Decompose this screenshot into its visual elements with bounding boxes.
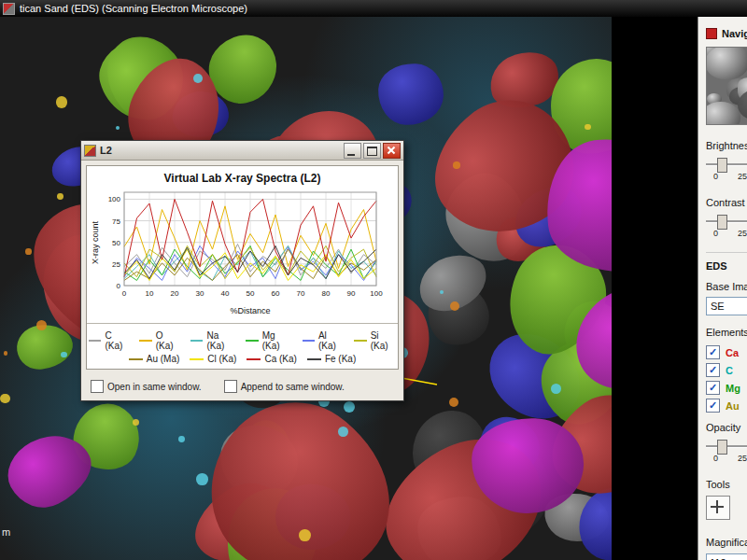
element-label: C — [726, 365, 733, 376]
svg-text:100: 100 — [370, 289, 383, 298]
svg-text:20: 20 — [171, 289, 179, 298]
element-label: Au — [726, 400, 740, 412]
legend-swatch — [247, 358, 261, 360]
mineral-speckle — [299, 529, 311, 541]
legend-item-C: C (Ka) — [89, 330, 129, 351]
eds-section-label: EDS — [706, 260, 747, 272]
mineral-speckle — [585, 124, 590, 130]
navigator-thumbnail[interactable] — [706, 47, 747, 125]
mineral-speckle — [449, 398, 458, 407]
brightness-slider-thumb[interactable] — [717, 158, 727, 173]
window-title: tican Sand (EDS) (Scanning Electron Micr… — [20, 3, 247, 14]
spectra-window-titlebar[interactable]: L2 — [81, 141, 403, 161]
slider-tick-label: 0 — [713, 229, 718, 238]
legend-item-Mg: Mg (Ka) — [246, 330, 291, 351]
legend-swatch — [354, 340, 366, 342]
opacity-ticks: 0255075100 — [706, 454, 747, 464]
navigator-header: Navigator — [706, 28, 747, 39]
contrast-ticks: 0255075100 — [706, 229, 747, 239]
y-axis-label: X-ray count — [91, 220, 100, 264]
legend-label: Na (Ka) — [206, 330, 235, 351]
window-titlebar[interactable]: tican Sand (EDS) (Scanning Electron Micr… — [0, 0, 747, 17]
mineral-speckle — [133, 419, 140, 427]
spectra-window-title: L2 — [100, 145, 342, 156]
brightness-slider[interactable] — [706, 157, 747, 172]
element-checkbox-Au[interactable]: ✓Au — [706, 397, 747, 414]
spectra-window: L2 Virtual Lab X-ray Spectra (L2) X-ray … — [80, 140, 404, 401]
element-checkbox-C[interactable]: ✓C — [706, 361, 747, 379]
svg-text:90: 90 — [347, 289, 356, 298]
legend-item-Na: Na (Ka) — [190, 330, 235, 351]
maximize-icon — [367, 147, 377, 156]
slider-tick-label: 0 — [713, 454, 718, 463]
checkbox-check-icon: ✓ — [706, 363, 720, 377]
mineral-speckle — [56, 96, 67, 107]
svg-text:10: 10 — [146, 289, 154, 298]
base-image-value: SE — [707, 301, 747, 312]
svg-text:25: 25 — [112, 260, 120, 269]
legend-swatch — [303, 340, 315, 342]
mineral-speckle — [551, 384, 561, 394]
brightness-ticks: 0255075100 — [706, 172, 747, 182]
spectra-chart-panel: Virtual Lab X-ray Spectra (L2) X-ray cou… — [86, 165, 399, 370]
legend-label: O (Ka) — [156, 330, 180, 351]
elements-list: ✓Ca✓C✓Mg✓Au — [706, 343, 747, 414]
mineral-speckle — [0, 394, 10, 404]
slider-tick-label: 0 — [713, 172, 718, 181]
element-checkbox-Ca[interactable]: ✓Ca — [706, 343, 747, 361]
opacity-label: Opacity — [706, 422, 747, 433]
svg-text:50: 50 — [247, 289, 255, 298]
contrast-slider-thumb[interactable] — [717, 215, 727, 230]
checkbox-check-icon: ✓ — [706, 399, 720, 413]
legend-item-Fe: Fe (Ka) — [307, 354, 356, 364]
x-axis-label: %Distance — [230, 306, 270, 315]
navigator-icon — [706, 28, 717, 39]
minimize-icon — [347, 154, 355, 156]
mineral-speckle — [453, 161, 459, 168]
element-label: Ca — [726, 347, 739, 358]
contrast-label: Contrast — [706, 197, 747, 208]
legend-label: Mg (Ka) — [262, 330, 292, 351]
brightness-label: Brightness — [706, 140, 747, 151]
legend-swatch — [190, 340, 203, 342]
sand-grain — [377, 63, 444, 126]
append-same-window-checkbox[interactable]: Append to same window. — [224, 380, 345, 393]
minimize-button[interactable] — [344, 143, 361, 159]
mineral-speckle — [450, 301, 459, 311]
magnification-input[interactable] — [706, 553, 747, 560]
svg-text:60: 60 — [272, 289, 280, 298]
legend-label: Au (Ma) — [147, 354, 180, 364]
scale-label: m — [2, 526, 10, 538]
maximize-button[interactable] — [363, 143, 381, 159]
legend-item-O: O (Ka) — [139, 330, 180, 351]
thumbnail-grain — [706, 47, 747, 79]
mineral-speckle — [178, 436, 185, 442]
legend-item-Au: Au (Ma) — [129, 354, 180, 364]
mineral-speckle — [338, 427, 348, 437]
legend-label: Si (Ka) — [371, 330, 396, 351]
opacity-slider-thumb[interactable] — [717, 440, 727, 455]
opacity-slider[interactable] — [706, 439, 747, 454]
base-image-dropdown[interactable]: SE — [706, 297, 747, 315]
svg-text:100: 100 — [108, 195, 121, 203]
slider-tick-label: 25 — [738, 229, 747, 238]
app-icon — [3, 3, 15, 15]
close-button[interactable] — [383, 143, 401, 159]
line-tool-button[interactable] — [706, 496, 730, 520]
legend-swatch — [139, 340, 151, 342]
contrast-slider[interactable] — [706, 214, 747, 229]
spectra-window-icon — [84, 145, 96, 157]
legend-item-Cl: Cl (Ka) — [190, 354, 236, 364]
legend-item-Al: Al (Ka) — [303, 330, 345, 351]
mineral-speckle — [116, 126, 120, 130]
element-checkbox-Mg[interactable]: ✓Mg — [706, 379, 747, 397]
mineral-speckle — [57, 193, 63, 200]
svg-text:0: 0 — [122, 289, 127, 298]
legend-label: Al (Ka) — [318, 330, 344, 351]
svg-text:75: 75 — [112, 217, 120, 226]
mineral-speckle — [4, 351, 7, 355]
open-same-window-checkbox[interactable]: Open in same window. — [91, 380, 202, 393]
legend-label: Fe (Ka) — [325, 354, 356, 364]
legend-swatch — [190, 358, 204, 360]
mineral-speckle — [193, 74, 203, 83]
